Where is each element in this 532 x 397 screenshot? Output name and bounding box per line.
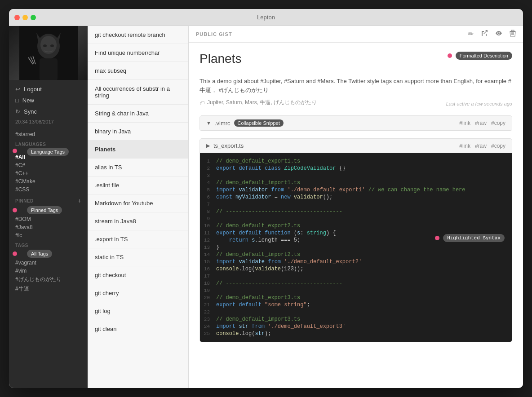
pinned-label: PINNED xyxy=(15,198,34,203)
sidebar-item-tag-vim[interactable]: #vim xyxy=(9,267,88,275)
code-line-2: 2 export default class ZipCodeValidator … xyxy=(200,165,512,172)
svg-rect-7 xyxy=(40,58,58,80)
eye-icon xyxy=(495,30,502,37)
languages-section: Language Tags xyxy=(9,149,88,153)
sidebar-item-tag-java8[interactable]: #Java8 xyxy=(9,223,88,231)
vimrc-raw[interactable]: #raw xyxy=(475,120,487,126)
avatar-image xyxy=(9,26,88,80)
sidebar-item-lang-css[interactable]: #CSS xyxy=(9,185,88,194)
snippet-item-git-log[interactable]: git log xyxy=(88,302,188,320)
snippet-file-ts-export: ▶ ts_export.ts #link #raw #copy xyxy=(200,138,512,342)
snippet-item-find-unique[interactable]: Find unique number/char xyxy=(88,44,188,62)
code-line-5: 5 import validator from './demo_default_… xyxy=(200,186,512,194)
snippet-item-max-subseq[interactable]: max subseq xyxy=(88,62,188,80)
edit-button[interactable]: ✏ xyxy=(468,30,474,39)
snippet-item-static-ts[interactable]: static in TS xyxy=(88,248,188,266)
pinned-tags-section: Pinned Tags xyxy=(9,206,88,214)
all-tags-section: All Tags xyxy=(9,250,88,258)
code-line-20: 20 // demo_default_export3.ts xyxy=(200,294,512,301)
snippet-item-git-clean[interactable]: git clean xyxy=(88,320,188,338)
vimrc-link[interactable]: #link xyxy=(459,120,470,126)
snippet-item-binary-java[interactable]: binary in Java xyxy=(88,123,188,141)
ts-export-raw[interactable]: #raw xyxy=(475,143,487,149)
snippet-item-alias-ts[interactable]: alias in TS xyxy=(88,159,188,176)
snippet-item-git-checkout[interactable]: git checkout xyxy=(88,266,188,284)
ts-export-name-row: ▶ ts_export.ts xyxy=(206,142,244,149)
vimrc-copy[interactable]: #copy xyxy=(491,120,505,126)
code-line-16: 16 console.log(validate(123)); xyxy=(200,265,512,273)
ts-export-link[interactable]: #link xyxy=(459,143,470,149)
code-line-7: 7 xyxy=(200,201,512,208)
snippet-file-header-ts-export: ▶ ts_export.ts #link #raw #copy xyxy=(200,139,512,153)
code-line-6: 6 const myValidator = new validator(); xyxy=(200,194,512,201)
snippet-item-git-cherry[interactable]: git cherry xyxy=(88,284,188,302)
snippet-item-stream-java8[interactable]: stream in Java8 xyxy=(88,212,188,230)
code-line-8: 8 // -----------------------------------… xyxy=(200,208,512,215)
snippet-item-eslint[interactable]: .eslint file xyxy=(88,176,188,194)
svg-point-2 xyxy=(40,36,57,54)
sidebar-item-logout[interactable]: ↩ Logout xyxy=(9,84,88,95)
gist-description: This a demo gist about #Jupiter, #Saturn… xyxy=(200,77,512,94)
code-line-18: 18 // ----------------------------------… xyxy=(200,280,512,287)
all-tags-tooltip-text: All Tags xyxy=(31,251,48,256)
sidebar-item-sync[interactable]: ↻ Sync xyxy=(9,106,88,117)
snippet-item-planets[interactable]: Planets xyxy=(88,141,188,159)
code-line-14: 14 // demo_default_import2.ts xyxy=(200,251,512,258)
vimrc-filename: .vimrc xyxy=(215,120,231,127)
ts-export-copy[interactable]: #copy xyxy=(491,143,505,149)
code-line-17: 17 xyxy=(200,273,512,280)
new-icon: □ xyxy=(15,97,19,104)
sidebar-item-new[interactable]: □ New xyxy=(9,95,88,106)
svg-rect-11 xyxy=(510,31,515,32)
gist-actions: ✏ xyxy=(468,30,516,39)
minimize-button[interactable] xyxy=(22,15,28,20)
code-line-4: 4 // demo_default_import1.ts xyxy=(200,179,512,186)
sidebar-item-starred[interactable]: #starred xyxy=(9,130,88,138)
pinned-tags-tooltip: Pinned Tags xyxy=(27,206,62,214)
sidebar-item-lang-cmake[interactable]: #CMake xyxy=(9,177,88,185)
svg-point-6 xyxy=(50,44,54,47)
code-line-25: 25 console.log(str); xyxy=(200,330,512,337)
gist-title: Planets xyxy=(200,52,241,66)
highlighted-syntax-badge: Highlighted Syntax xyxy=(443,234,505,242)
languages-section-label: LANGUAGES xyxy=(9,138,88,149)
close-button[interactable] xyxy=(14,15,20,20)
sidebar-item-tag-gyudori[interactable]: #牛逼 xyxy=(9,284,88,294)
gist-last-active: Last active a few seconds ago xyxy=(446,101,512,106)
snippet-item-all-occurrences[interactable]: All occurrences of substr in a string xyxy=(88,80,188,105)
maximize-button[interactable] xyxy=(31,15,36,20)
sidebar-item-tag-lc[interactable]: #lc xyxy=(9,231,88,239)
sidebar-item-tag-vagrant[interactable]: #vagrant xyxy=(9,259,88,267)
trash-button[interactable] xyxy=(510,30,516,39)
sidebar-item-lang-c[interactable]: #C# xyxy=(9,161,88,169)
avatar xyxy=(9,26,88,80)
logout-label: Logout xyxy=(24,86,42,93)
main-content: PUBLIC GIST ✏ xyxy=(189,26,523,388)
snippet-item-string-char-java[interactable]: String & char in Java xyxy=(88,105,188,123)
avatar-svg xyxy=(19,26,78,80)
traffic-lights xyxy=(14,15,36,20)
snippet-list: git checkout remote branch Find unique n… xyxy=(88,26,189,388)
snippet-item-markdown-youtube[interactable]: Markdown for Youtube xyxy=(88,194,188,212)
sidebar-navigation: ↩ Logout □ New ↻ Sync 20:34 13/08/2017 xyxy=(9,80,88,130)
external-link-icon xyxy=(481,30,488,37)
app-title: Lepton xyxy=(257,14,275,21)
snippet-file-vimrc: ▼ .vimrc Collapsible Snippet #link #raw … xyxy=(200,115,512,131)
external-link-button[interactable] xyxy=(481,30,488,39)
pinned-add-button[interactable]: + xyxy=(78,197,81,204)
pinned-header: PINNED + xyxy=(9,194,88,206)
sidebar-item-tag-dom[interactable]: #DOM xyxy=(9,215,88,223)
vimrc-chevron[interactable]: ▼ xyxy=(206,120,211,126)
code-line-9: 9 xyxy=(200,215,512,222)
ts-export-chevron[interactable]: ▶ xyxy=(206,143,210,149)
app-window: Lepton xyxy=(9,9,523,388)
sidebar-item-lang-cpp[interactable]: #C++ xyxy=(9,169,88,177)
sidebar-item-tag-genjimono[interactable]: #げんじものがたり xyxy=(9,275,88,284)
snippet-item-export-ts[interactable]: .export in TS xyxy=(88,230,188,248)
snippet-item-git-checkout-remote[interactable]: git checkout remote branch xyxy=(88,26,188,44)
eye-button[interactable] xyxy=(495,30,502,39)
sync-label: Sync xyxy=(24,108,37,115)
sidebar: ↩ Logout □ New ↻ Sync 20:34 13/08/2017 #… xyxy=(9,26,88,388)
code-line-23: 23 // demo_default_import3.ts xyxy=(200,316,512,323)
formatted-desc-badge: Formatted Description xyxy=(456,52,512,60)
